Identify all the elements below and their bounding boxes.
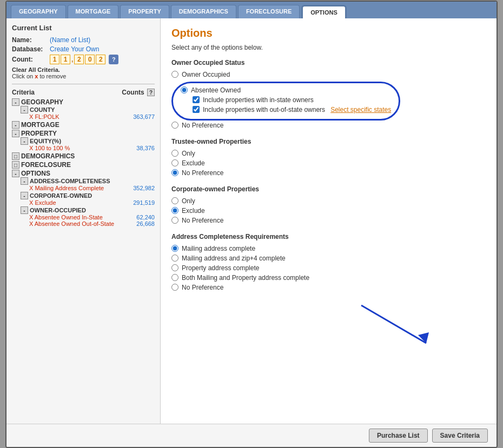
- absentee-instate-count: 62,240: [136, 214, 155, 220]
- county-item: X FL:POLK 363,677: [29, 113, 155, 120]
- radio-address-no-pref-input[interactable]: [171, 284, 178, 291]
- tab-bar: GEOGRAPHY MORTGAGE PROPERTY DEMOGRAPHICS…: [6, 2, 497, 18]
- radio-property-address-input[interactable]: [171, 264, 178, 271]
- radio-corporate-exclude-label: Exclude: [182, 207, 205, 215]
- property-group-label: - PROPERTY: [12, 130, 155, 137]
- checkbox-instate[interactable]: Include properties with in-state owners: [193, 96, 391, 104]
- county-x[interactable]: X FL:POLK: [29, 113, 59, 120]
- address-completeness-toggle[interactable]: -: [21, 177, 28, 185]
- to-remove-label: to remove: [39, 73, 66, 79]
- address-completeness-item: X Mailing Address Complete 352,982: [29, 185, 155, 191]
- radio-mailing-zip4-input[interactable]: [171, 255, 178, 262]
- criteria-demographics: □ DEMOGRAPHICS: [12, 152, 155, 160]
- county-sub: - COUNTY X FL:POLK 363,677: [21, 106, 155, 120]
- owner-occupied-toggle[interactable]: -: [21, 206, 28, 214]
- equity-sub: - EQUITY(%) X 100 to 100 % 38,376: [21, 137, 155, 151]
- blue-arrow-annotation: [345, 300, 442, 349]
- radio-corporate-no-pref[interactable]: No Preference: [171, 217, 486, 224]
- radio-absentee-owned[interactable]: Absentee Owned: [181, 86, 391, 94]
- absentee-instate-x[interactable]: X Absentee Owned In-State: [29, 214, 103, 220]
- foreclosure-toggle[interactable]: □: [12, 161, 19, 169]
- radio-mailing-complete[interactable]: Mailing address complete: [171, 245, 486, 252]
- options-toggle[interactable]: -: [12, 170, 19, 177]
- radio-property-address-label: Property address complete: [182, 264, 259, 272]
- radio-absentee-owned-input[interactable]: [181, 86, 188, 93]
- radio-corporate-exclude-input[interactable]: [171, 207, 178, 214]
- address-completeness-group: Address Completeness Requirements Mailin…: [171, 233, 486, 291]
- radio-owner-occupied[interactable]: Owner Occupied: [171, 71, 486, 78]
- count-sep-1: ,: [71, 56, 73, 63]
- corporate-owned-label: CORPORATE-OWNED: [30, 192, 92, 199]
- tab-demographics[interactable]: DEMOGRAPHICS: [171, 5, 236, 18]
- bottom-bar: Purchase List Save Criteria: [6, 424, 497, 447]
- demographics-toggle[interactable]: □: [12, 152, 19, 160]
- checkbox-instate-label: Include properties with in-state owners: [203, 96, 314, 104]
- geography-label: GEOGRAPHY: [21, 98, 63, 106]
- absentee-outofstate-count: 26,668: [136, 220, 155, 227]
- criteria-header: Criteria Counts ?: [12, 89, 155, 97]
- address-completeness-x[interactable]: X Mailing Address Complete: [29, 185, 104, 191]
- radio-trustee-only-input[interactable]: [171, 150, 178, 157]
- radio-mailing-complete-input[interactable]: [171, 245, 178, 252]
- help-icon[interactable]: ?: [109, 55, 118, 64]
- radio-corporate-only[interactable]: Only: [171, 197, 486, 205]
- radio-address-no-pref[interactable]: No Preference: [171, 284, 486, 291]
- radio-trustee-no-pref-input[interactable]: [171, 169, 178, 176]
- options-subtitle: Select any of the options below.: [171, 44, 486, 51]
- current-list-header: Current List: [12, 24, 155, 32]
- tab-options[interactable]: OPTIONS: [301, 5, 347, 18]
- radio-both-addresses[interactable]: Both Mailing and Property address comple…: [171, 274, 486, 282]
- corporate-owned-count: 291,519: [133, 199, 155, 206]
- svg-line-0: [361, 305, 426, 343]
- radio-owner-occupied-label: Owner Occupied: [182, 71, 230, 78]
- equity-toggle[interactable]: -: [21, 137, 28, 145]
- radio-no-pref-owner[interactable]: No Preference: [171, 122, 486, 129]
- geography-toggle[interactable]: -: [12, 98, 19, 106]
- radio-mailing-zip4[interactable]: Mailing address and zip+4 complete: [171, 255, 486, 262]
- radio-trustee-exclude-input[interactable]: [171, 159, 178, 166]
- trustee-owned-label: Trustee-owned Properties: [171, 138, 486, 145]
- purchase-list-button[interactable]: Purchase List: [369, 429, 428, 443]
- select-specific-states-link[interactable]: Select specific states: [330, 106, 391, 113]
- radio-both-addresses-label: Both Mailing and Property address comple…: [182, 274, 309, 282]
- radio-both-addresses-input[interactable]: [171, 274, 178, 281]
- county-toggle[interactable]: -: [21, 106, 28, 113]
- checkbox-instate-input[interactable]: [193, 96, 200, 103]
- checkbox-outofstate-input[interactable]: [193, 106, 200, 113]
- radio-corporate-exclude[interactable]: Exclude: [171, 207, 486, 215]
- mortgage-toggle[interactable]: -: [12, 121, 19, 129]
- save-criteria-button[interactable]: Save Criteria: [432, 429, 488, 443]
- checkbox-outofstate[interactable]: Include properties with out-of-state own…: [193, 106, 391, 113]
- radio-absentee-owned-label: Absentee Owned: [191, 86, 241, 94]
- property-label: PROPERTY: [21, 130, 57, 137]
- criteria-foreclosure: □ FORECLOSURE: [12, 161, 155, 169]
- radio-trustee-exclude-label: Exclude: [182, 159, 205, 167]
- corporate-owned-toggle[interactable]: -: [21, 192, 28, 199]
- radio-no-pref-owner-input[interactable]: [171, 122, 178, 129]
- trustee-owned-group: Trustee-owned Properties Only Exclude No…: [171, 138, 486, 177]
- radio-trustee-exclude[interactable]: Exclude: [171, 159, 486, 167]
- radio-corporate-only-input[interactable]: [171, 197, 178, 204]
- absentee-outofstate-x[interactable]: X Absentee Owned Out-of-State: [29, 220, 114, 227]
- equity-item: X 100 to 100 % 38,376: [29, 145, 155, 151]
- tab-mortgage[interactable]: MORTGAGE: [68, 5, 119, 18]
- radio-property-address[interactable]: Property address complete: [171, 264, 486, 272]
- radio-trustee-no-pref[interactable]: No Preference: [171, 169, 486, 177]
- tab-property[interactable]: PROPERTY: [120, 5, 169, 18]
- tab-geography[interactable]: GEOGRAPHY: [11, 5, 66, 18]
- corporate-owned-x[interactable]: X Exclude: [29, 199, 56, 206]
- count-digit-2: 1: [61, 55, 70, 64]
- divider-1: [12, 84, 155, 84]
- radio-corporate-no-pref-input[interactable]: [171, 217, 178, 224]
- tab-foreclosure[interactable]: FORECLOSURE: [238, 5, 300, 18]
- count-label: Count:: [12, 56, 50, 63]
- counts-help-icon[interactable]: ?: [147, 89, 155, 96]
- owner-occupied-group-label: - OWNER-OCCUPIED: [21, 206, 155, 214]
- property-toggle[interactable]: -: [12, 130, 19, 137]
- count-digit-4: 0: [85, 55, 95, 64]
- mortgage-label: MORTGAGE: [21, 121, 59, 129]
- radio-trustee-only[interactable]: Only: [171, 150, 486, 157]
- equity-x[interactable]: X 100 to 100 %: [29, 145, 70, 151]
- options-label: OPTIONS: [21, 170, 50, 177]
- radio-owner-occupied-input[interactable]: [171, 71, 178, 78]
